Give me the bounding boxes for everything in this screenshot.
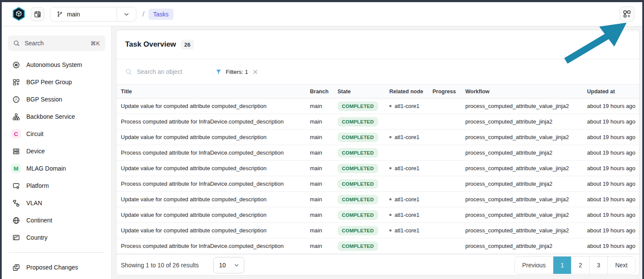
task-row[interactable]: Process computed attribute for InfraDevi… bbox=[117, 145, 639, 161]
date-time-button[interactable] bbox=[31, 7, 44, 21]
sidebar-item-circuit[interactable]: CCircuit bbox=[8, 125, 105, 143]
state-badge: COMPLETED bbox=[338, 101, 378, 111]
sidebar-nav: Autonomous SystemBGP Peer GroupBGP Sessi… bbox=[8, 56, 105, 246]
task-updated-at: about 19 hours ago bbox=[584, 114, 639, 130]
sidebar-item-vlan[interactable]: VLAN bbox=[8, 194, 105, 212]
search-shortcut: ⌘K bbox=[90, 40, 100, 47]
task-row[interactable]: Update value for computed attribute comp… bbox=[117, 207, 639, 223]
task-title: Process computed attribute for InfraDevi… bbox=[117, 238, 306, 254]
task-progress bbox=[429, 145, 462, 161]
workflow-grid-icon bbox=[622, 10, 631, 19]
sidebar-item-label: Proposed Changes bbox=[26, 264, 78, 271]
task-state: COMPLETED bbox=[334, 161, 386, 176]
task-related-node bbox=[386, 176, 429, 192]
sidebar-item-platform[interactable]: Platform bbox=[8, 177, 105, 194]
branch-selector[interactable]: main bbox=[50, 7, 136, 22]
letter-m-icon: M bbox=[11, 164, 21, 173]
breadcrumb-separator: / bbox=[142, 10, 145, 19]
sidebar-item-label: MLAG Domain bbox=[26, 165, 66, 172]
sidebar-item-country[interactable]: Country bbox=[8, 229, 105, 246]
sidebar-item-bgp-session[interactable]: BGP Session bbox=[8, 91, 105, 108]
task-branch: main bbox=[306, 192, 334, 207]
task-progress bbox=[429, 98, 462, 114]
main-area: Task Overview 26 Search an object bbox=[112, 26, 642, 279]
task-workflow: process_computed_attribute_jinja2 bbox=[462, 145, 584, 161]
task-row[interactable]: Process computed attribute for InfraDevi… bbox=[117, 176, 639, 192]
table-header-row: TitleBranchStateRelated nodeProgressWork… bbox=[117, 85, 639, 98]
task-branch: main bbox=[306, 145, 334, 161]
state-badge: COMPLETED bbox=[338, 210, 378, 220]
task-row[interactable]: Update value for computed attribute comp… bbox=[117, 223, 639, 238]
task-related-node: atl1-core1 bbox=[386, 161, 429, 176]
page-size-value: 10 bbox=[219, 262, 226, 269]
sidebar-search[interactable]: Search ⌘K bbox=[8, 35, 105, 51]
page-button-3[interactable]: 3 bbox=[589, 257, 607, 274]
git-branch-icon bbox=[57, 11, 63, 17]
state-badge: COMPLETED bbox=[338, 179, 378, 189]
chevron-down-icon bbox=[123, 11, 130, 18]
sidebar-item-mlag-domain[interactable]: MMLAG Domain bbox=[8, 160, 105, 177]
task-row[interactable]: Update value for computed attribute comp… bbox=[117, 130, 639, 145]
object-search-input[interactable]: Search an object bbox=[125, 68, 215, 75]
table-toolbar: Search an object Filters: 1 bbox=[117, 59, 639, 84]
device-icon bbox=[12, 147, 20, 155]
sidebar-item-device[interactable]: Device bbox=[8, 143, 105, 160]
task-related-node: atl1-core1 bbox=[386, 207, 429, 223]
node-dot-icon bbox=[389, 105, 391, 107]
filters-group: Filters: 1 bbox=[215, 69, 259, 75]
state-badge: COMPLETED bbox=[338, 195, 378, 204]
task-branch: main bbox=[306, 98, 334, 114]
column-header-progress: Progress bbox=[429, 85, 462, 98]
task-updated-at: about 19 hours ago bbox=[584, 192, 639, 207]
task-progress bbox=[429, 130, 462, 145]
sidebar-item-proposed-changes[interactable]: Proposed Changes bbox=[8, 259, 105, 276]
vlan-icon bbox=[12, 199, 20, 207]
task-title: Update value for computed attribute comp… bbox=[117, 192, 306, 207]
sidebar-item-bgp-peer-group[interactable]: BGP Peer Group bbox=[8, 73, 105, 91]
breadcrumb-tasks[interactable]: Tasks bbox=[148, 9, 174, 20]
task-row[interactable]: Update value for computed attribute comp… bbox=[117, 192, 639, 207]
task-related-node bbox=[386, 145, 429, 161]
clear-filters-icon[interactable] bbox=[252, 69, 259, 75]
task-title: Update value for computed attribute comp… bbox=[117, 130, 306, 145]
sidebar-item-label: Country bbox=[26, 234, 47, 241]
task-related-node bbox=[386, 238, 429, 254]
task-related-node: atl1-core1 bbox=[386, 98, 429, 114]
column-header-branch: Branch bbox=[306, 85, 334, 98]
task-count-badge: 26 bbox=[181, 40, 194, 50]
branch-name: main bbox=[67, 11, 80, 18]
task-row[interactable]: Update value for computed attribute comp… bbox=[117, 161, 639, 176]
task-related-node: atl1-core1 bbox=[386, 130, 429, 145]
task-branch: main bbox=[306, 114, 334, 130]
node-dot-icon bbox=[389, 136, 391, 138]
sidebar-item-object-management[interactable]: Object Management bbox=[8, 276, 105, 279]
task-workflow: process_computed_attribute_value_jinja2 bbox=[462, 161, 584, 176]
task-overview-card: Task Overview 26 Search an object bbox=[116, 30, 640, 276]
task-state: COMPLETED bbox=[334, 130, 386, 145]
next-button[interactable]: Next bbox=[607, 257, 635, 274]
sidebar-footer-nav: Proposed ChangesObject Management bbox=[8, 259, 105, 279]
sidebar-item-label: Platform bbox=[26, 182, 49, 189]
page-size-select[interactable]: 10 bbox=[213, 257, 244, 273]
autonomous-system-icon bbox=[12, 60, 20, 69]
page-button-2[interactable]: 2 bbox=[571, 257, 589, 274]
task-updated-at: about 19 hours ago bbox=[584, 223, 639, 238]
previous-button[interactable]: Previous bbox=[515, 257, 553, 274]
task-updated-at: about 19 hours ago bbox=[584, 145, 639, 161]
task-row[interactable]: Update value for computed attribute comp… bbox=[117, 98, 639, 114]
sidebar-item-autonomous-system[interactable]: Autonomous System bbox=[8, 56, 105, 73]
sidebar-item-continent[interactable]: Continent bbox=[8, 212, 105, 229]
task-state: COMPLETED bbox=[334, 238, 386, 254]
sidebar-item-label: BGP Session bbox=[26, 96, 62, 103]
branch-dropdown-toggle[interactable] bbox=[117, 7, 136, 21]
task-state: COMPLETED bbox=[334, 192, 386, 207]
app-logo-icon[interactable] bbox=[12, 7, 25, 21]
filter-funnel-icon[interactable] bbox=[215, 69, 222, 75]
task-row[interactable]: Process computed attribute for InfraDevi… bbox=[117, 238, 639, 254]
sidebar: Search ⌘K Autonomous SystemBGP Peer Grou… bbox=[2, 26, 112, 279]
filters-label[interactable]: Filters: 1 bbox=[226, 69, 248, 75]
page-button-1[interactable]: 1 bbox=[553, 257, 571, 274]
workflow-apps-button[interactable] bbox=[619, 6, 635, 22]
task-row[interactable]: Process computed attribute for InfraDevi… bbox=[117, 114, 639, 130]
sidebar-item-backbone-service[interactable]: Backbone Service bbox=[8, 108, 105, 125]
